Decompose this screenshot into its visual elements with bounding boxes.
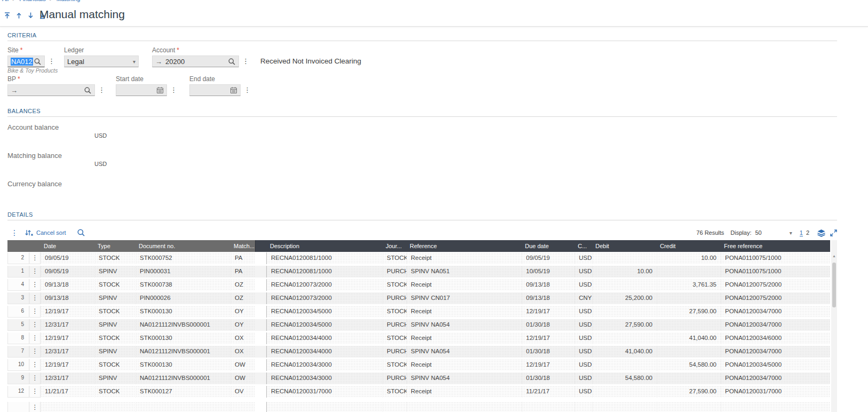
cell-description[interactable]: RECNA0120034/4000 <box>267 346 383 358</box>
cell-journal[interactable]: PURCH <box>383 373 407 384</box>
cell-currency[interactable]: USD <box>575 359 592 371</box>
cell-description[interactable]: RECNA0120034/3000 <box>267 359 383 371</box>
cell-debit[interactable]: 25,200.00 <box>592 292 657 304</box>
column-header-reference[interactable]: Reference <box>407 240 522 252</box>
cell-journal[interactable]: STOCK <box>383 386 407 398</box>
cell-description[interactable]: RECNA0120034/3000 <box>267 373 383 384</box>
cell-debit[interactable] <box>592 359 657 371</box>
row-kebab-icon[interactable]: ⋮ <box>29 332 41 344</box>
cell-type[interactable]: SPINV <box>94 266 136 278</box>
cell-free-reference[interactable]: PONA0120034/7000 <box>721 373 830 384</box>
cell-debit[interactable]: 27,590.00 <box>592 319 657 331</box>
column-header-date[interactable]: Date <box>41 240 94 252</box>
cell-reference[interactable]: Receipt <box>407 386 522 398</box>
table-row[interactable]: 12 ⋮ 11/21/17 STOCK STK000127 OV RECNA01… <box>7 386 830 398</box>
cell-due-date[interactable]: 12/19/17 <box>522 332 575 344</box>
cell-debit[interactable] <box>592 402 657 412</box>
cell-credit[interactable]: 54,580.00 <box>657 359 721 371</box>
cell-journal[interactable]: STOCK <box>383 332 407 344</box>
cell-credit[interactable]: 3,761.35 <box>657 279 721 291</box>
column-header-debit[interactable]: Debit <box>592 240 657 252</box>
cell-currency[interactable]: USD <box>575 373 592 384</box>
bp-input[interactable]: → <box>7 84 95 96</box>
cell-reference[interactable]: Receipt <box>407 252 522 264</box>
cell-journal[interactable]: STOCK <box>383 252 407 264</box>
cell-debit[interactable] <box>592 332 657 344</box>
cell-match[interactable]: OY <box>230 306 255 318</box>
column-header-credit[interactable]: Credit <box>657 240 721 252</box>
cell-credit[interactable] <box>657 292 721 304</box>
cell-reference[interactable]: Receipt <box>407 306 522 318</box>
cell-document-no[interactable]: NA0121112INVBS000001 <box>136 373 230 384</box>
cell-description[interactable]: RECNA0120034/5000 <box>267 306 383 318</box>
account-input[interactable]: → 20200 <box>152 56 239 67</box>
cell-reference[interactable] <box>407 402 522 412</box>
row-kebab-icon[interactable]: ⋮ <box>29 402 41 412</box>
column-header-match[interactable]: Match...↓ <box>230 240 255 252</box>
cell-document-no[interactable]: NA0121112INVBS000001 <box>136 319 230 331</box>
table-row[interactable]: 10 ⋮ 12/19/17 STOCK STK000130 OW RECNA01… <box>7 359 830 371</box>
jump-to-icon[interactable]: → <box>155 58 162 66</box>
cell-type[interactable]: STOCK <box>94 252 136 264</box>
cell-due-date[interactable]: 09/13/18 <box>522 279 575 291</box>
cell-free-reference[interactable]: PONA0120034/7000 <box>721 346 830 358</box>
table-row[interactable]: 2 ⋮ 09/05/19 STOCK STK000752 PA RECNA012… <box>7 252 830 264</box>
cell-currency[interactable]: USD <box>575 319 592 331</box>
cell-currency[interactable]: USD <box>575 332 592 344</box>
cell-match[interactable]: OV <box>230 386 255 398</box>
column-header-type[interactable]: Type <box>94 240 136 252</box>
row-kebab-icon[interactable]: ⋮ <box>29 306 41 318</box>
cell-credit[interactable]: 27,590.00 <box>657 306 721 318</box>
search-icon[interactable] <box>84 86 92 94</box>
scrollbar-up-icon[interactable]: ▲ <box>831 254 837 258</box>
cell-journal[interactable]: PURCH <box>383 292 407 304</box>
cell-journal[interactable]: STOCK <box>383 279 407 291</box>
row-kebab-icon[interactable]: ⋮ <box>29 359 41 371</box>
cell-document-no[interactable]: STK000738 <box>136 279 230 291</box>
cell-due-date[interactable]: 10/05/19 <box>522 266 575 278</box>
cell-description[interactable]: RECNA0120073/2000 <box>267 279 383 291</box>
cell-document-no[interactable]: PIN000026 <box>136 292 230 304</box>
cell-date[interactable]: 12/31/17 <box>41 346 94 358</box>
cell-due-date[interactable]: 11/21/17 <box>522 386 575 398</box>
table-row[interactable]: 1 ⋮ 09/05/19 SPINV PIN000031 PA RECNA012… <box>7 266 830 278</box>
cell-due-date[interactable]: 12/19/17 <box>522 306 575 318</box>
table-row[interactable]: 8 ⋮ 12/19/17 STOCK STK000130 OX RECNA012… <box>7 332 830 344</box>
cell-reference[interactable]: SPINV NA054 <box>407 319 522 331</box>
cell-type[interactable]: SPINV <box>94 292 136 304</box>
cell-match[interactable]: OX <box>230 346 255 358</box>
cell-description[interactable]: RECNA0120081/1000 <box>267 266 383 278</box>
cell-free-reference[interactable]: PONA0120034/7000 <box>721 319 830 331</box>
table-row[interactable]: 4 ⋮ 09/13/18 STOCK STK000738 OZ RECNA012… <box>7 279 830 291</box>
table-row[interactable]: 5 ⋮ 12/31/17 SPINV NA0121112INVBS000001 … <box>7 319 830 331</box>
cell-currency[interactable]: USD <box>575 386 592 398</box>
table-vertical-scrollbar[interactable]: ▲ <box>831 240 837 412</box>
start-date-kebab-icon[interactable]: ⋮ <box>170 84 177 96</box>
end-date-kebab-icon[interactable]: ⋮ <box>244 84 251 96</box>
column-header-description[interactable]: Description <box>267 240 383 252</box>
cell-journal[interactable]: PURCH <box>383 319 407 331</box>
search-icon[interactable] <box>228 58 236 66</box>
cell-currency[interactable]: USD <box>575 346 592 358</box>
breadcrumb-all[interactable]: All <box>2 0 9 2</box>
cell-currency[interactable]: USD <box>575 252 592 264</box>
cell-credit[interactable] <box>657 266 721 278</box>
cell-type[interactable]: SPINV <box>94 373 136 384</box>
cell-reference[interactable]: SPINV CN017 <box>407 292 522 304</box>
cell-journal[interactable] <box>383 402 407 412</box>
cell-type[interactable]: STOCK <box>94 306 136 318</box>
cell-journal[interactable]: PURCH <box>383 346 407 358</box>
row-kebab-icon[interactable]: ⋮ <box>29 373 41 384</box>
bp-kebab-icon[interactable]: ⋮ <box>98 84 105 96</box>
cell-free-reference[interactable]: PONA0120034/7000 <box>721 306 830 318</box>
cell-journal[interactable]: STOCK <box>383 306 407 318</box>
cell-match[interactable]: OY <box>230 319 255 331</box>
cell-currency[interactable] <box>575 402 592 412</box>
cell-reference[interactable]: Receipt <box>407 279 522 291</box>
cell-currency[interactable]: USD <box>575 306 592 318</box>
cell-date[interactable]: 12/31/17 <box>41 373 94 384</box>
cell-due-date[interactable]: 12/19/17 <box>522 359 575 371</box>
site-input[interactable]: NA012 <box>7 56 45 67</box>
page-1-button[interactable]: 1 <box>800 229 803 236</box>
cell-due-date[interactable]: 01/30/18 <box>522 346 575 358</box>
